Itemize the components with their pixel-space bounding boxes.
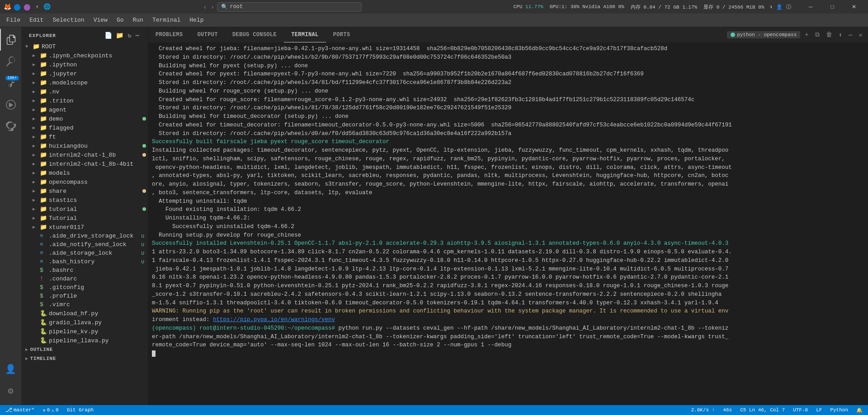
cursor-blink — [152, 350, 156, 357]
nav-forward-button[interactable]: › — [210, 2, 216, 11]
sidebar-item-aide-notify[interactable]: ▶ ≡ .aide_notify_send_lock U — [22, 240, 148, 249]
folder-icon: 📁 — [40, 214, 47, 222]
minimize-button[interactable]: ─ — [800, 0, 821, 14]
avatar-icon[interactable]: 👤 — [776, 4, 783, 10]
sidebar-item-internlm2-chat[interactable]: ▶ 📁 internlm2-chat-1_8b — [22, 150, 148, 159]
refresh-icon[interactable]: ↻ — [127, 31, 132, 40]
sidebar-item-bashrc[interactable]: ▶ $ .bashrc — [22, 266, 148, 275]
menu-terminal[interactable]: Terminal — [148, 15, 185, 25]
notifications-item[interactable]: 🔔 — [854, 405, 864, 415]
sidebar-item-download-hf[interactable]: ▶ 🐍 download_hf.py — [22, 309, 148, 318]
activity-search[interactable] — [0, 51, 22, 72]
sidebar-item-tutorial-lower[interactable]: ▶ 📁 tutorial — [22, 205, 148, 214]
add-terminal-button[interactable]: + — [803, 30, 810, 39]
branch-item[interactable]: ⎇ master* — [4, 405, 36, 415]
menu-view[interactable]: View — [89, 15, 112, 25]
activity-extensions[interactable] — [0, 116, 22, 137]
tab-debug-console[interactable]: DEBUG CONSOLE — [225, 27, 284, 42]
sidebar-item-ft[interactable]: ▶ 📁 ft — [22, 132, 148, 141]
sidebar-item-profile[interactable]: ▶ $ .profile — [22, 292, 148, 300]
tab-problems[interactable]: PROBLEMS — [148, 27, 190, 42]
more-actions-button[interactable]: ⋯ — [847, 30, 854, 40]
tab-ports[interactable]: PORTS — [326, 27, 358, 42]
line-ending-item[interactable]: LF — [814, 405, 824, 415]
sidebar-item-demo[interactable]: ▶ 📁 demo — [22, 114, 148, 123]
terminal-line: Created wheel for pyext: filename=pyext-… — [150, 70, 864, 79]
timeline-section[interactable]: ▶ TIMELINE — [22, 354, 148, 363]
errors-item[interactable]: ✕ 0 ⚠ 0 — [41, 405, 60, 415]
folder-icon: 📁 — [40, 61, 47, 68]
folder-icon: 📁 — [33, 43, 40, 50]
sidebar-item-jupyter[interactable]: ▶ 📁 .jupyter — [22, 69, 148, 78]
activity-source-control[interactable]: 10K+ — [0, 72, 22, 94]
new-file-icon[interactable]: 📄 — [104, 31, 113, 40]
display-value: 0% — [758, 5, 764, 10]
sidebar-item-bash-history[interactable]: ▶ ≡ .bash_history U — [22, 257, 148, 266]
sidebar-item-models[interactable]: ▶ 📁 models — [22, 168, 148, 177]
maximize-panel-button[interactable]: ⬆ — [837, 30, 844, 40]
sidebar-item-modelscope[interactable]: ▶ 📁 .modelscope — [22, 78, 148, 87]
tab-terminal[interactable]: TERMINAL — [284, 27, 326, 42]
folder-icon: 📁 — [40, 70, 47, 77]
folder-arrow: ▶ — [33, 143, 40, 149]
menu-selection[interactable]: Selection — [48, 15, 89, 25]
folder-arrow: ▶ — [33, 107, 40, 112]
sidebar-item-internlm2-chat-4bit[interactable]: ▶ 📁 internlm2-chat-1_8b-4bit — [22, 159, 148, 168]
sidebar-item-pipeline-kv[interactable]: ▶ 🐍 pipeline_kv.py — [22, 327, 148, 336]
menu-file[interactable]: File — [2, 15, 25, 25]
activity-settings[interactable]: ⚙ — [0, 380, 22, 401]
sidebar-item-huixiangdou[interactable]: ▶ 📁 huixiangdou — [22, 141, 148, 150]
info-icon[interactable]: ⓘ — [786, 4, 791, 10]
close-panel-button[interactable]: ✕ — [857, 30, 864, 40]
menu-help[interactable]: Help — [185, 15, 208, 25]
folder-arrow: ▶ — [33, 62, 40, 67]
collapse-all-icon[interactable]: ⋯ — [135, 31, 141, 40]
sidebar-item-condarc[interactable]: ▶ ! .condarc — [22, 275, 148, 283]
tree-root[interactable]: ▼ 📁 ROOT — [22, 42, 148, 51]
time-item[interactable]: 46s — [721, 405, 734, 415]
activity-explorer[interactable] — [0, 29, 22, 51]
timeline-arrow: ▶ — [25, 356, 28, 361]
tab-output[interactable]: OUTPUT — [190, 27, 225, 42]
terminal-output[interactable]: Created wheel for jieba: filename=jieba-… — [148, 43, 868, 405]
nav-back-button[interactable]: ‹ — [202, 2, 208, 11]
main-layout: 10K+ 👤 ⚙ EXPLORER 📄 📁 ↻ ⋯ ▼ � — [0, 27, 868, 405]
new-folder-icon[interactable]: 📁 — [115, 31, 125, 40]
menu-run[interactable]: Run — [128, 15, 147, 25]
encoding-item[interactable]: UTF-8 — [791, 405, 810, 415]
sidebar-item-xtuner[interactable]: ▶ 📁 xtuner0117 — [22, 223, 148, 232]
activity-account[interactable]: 👤 — [0, 358, 22, 380]
sidebar-item-ipython[interactable]: ▶ 📁 .ipython — [22, 60, 148, 69]
sidebar-item-opencompass[interactable]: ▶ 📁 opencompass — [22, 177, 148, 187]
sidebar-item-flagged[interactable]: ▶ 📁 flagged — [22, 123, 148, 132]
trash-terminal-button[interactable]: 🗑 — [824, 30, 834, 39]
menu-edit[interactable]: Edit — [25, 15, 48, 25]
sidebar-item-vimrc[interactable]: ▶ $ .vimrc — [22, 300, 148, 309]
search-bar[interactable]: 🔍 root — [217, 2, 362, 12]
git-graph-item[interactable]: Git Graph — [65, 405, 95, 415]
sidebar-item-aide-storage[interactable]: ▶ ≡ .aide_storage_lock U — [22, 249, 148, 257]
cursor-position[interactable]: C5 Ln 46, Col 7 — [738, 405, 787, 415]
language-item[interactable]: Python — [828, 405, 850, 415]
sidebar-item-tutorial-upper[interactable]: ▶ 📁 Tutorial — [22, 214, 148, 223]
network-speed[interactable]: 2.8K/s ↑ — [689, 405, 717, 415]
folder-arrow: ▶ — [33, 53, 40, 58]
sidebar-item-pipeline-llava[interactable]: ▶ 🐍 pipeline_llava.py — [22, 336, 148, 345]
sidebar-item-triton[interactable]: ▶ 📁 .triton — [22, 96, 148, 105]
sidebar-item-agent[interactable]: ▶ 📁 agent — [22, 105, 148, 114]
sidebar-item-gradio[interactable]: ▶ 🐍 gradio_llava.py — [22, 318, 148, 327]
split-terminal-button[interactable]: ⧉ — [813, 30, 821, 39]
sidebar-item-aide-drive[interactable]: ▶ ≡ .aide_drive_storage_lock U — [22, 232, 148, 240]
sidebar-item-stastics[interactable]: ▶ 📁 stastics — [22, 196, 148, 205]
upload-icon[interactable]: ⬆ — [769, 4, 773, 10]
sidebar-item-nv[interactable]: ▶ 📁 .nv — [22, 87, 148, 96]
close-button[interactable]: ✕ — [844, 0, 864, 14]
sidebar-item-share[interactable]: ▶ 📁 share — [22, 187, 148, 196]
source-control-badge: 10K+ — [5, 76, 19, 80]
outline-section[interactable]: ▶ OUTLINE — [22, 345, 148, 354]
menu-go[interactable]: Go — [112, 15, 128, 25]
activity-run-debug[interactable] — [0, 94, 22, 116]
sidebar-item-ipynb[interactable]: ▶ 📁 .ipynb_checkpoints — [22, 51, 148, 60]
maximize-button[interactable]: □ — [822, 0, 843, 14]
sidebar-item-gitconfig[interactable]: ▶ $ .gitconfig — [22, 283, 148, 292]
